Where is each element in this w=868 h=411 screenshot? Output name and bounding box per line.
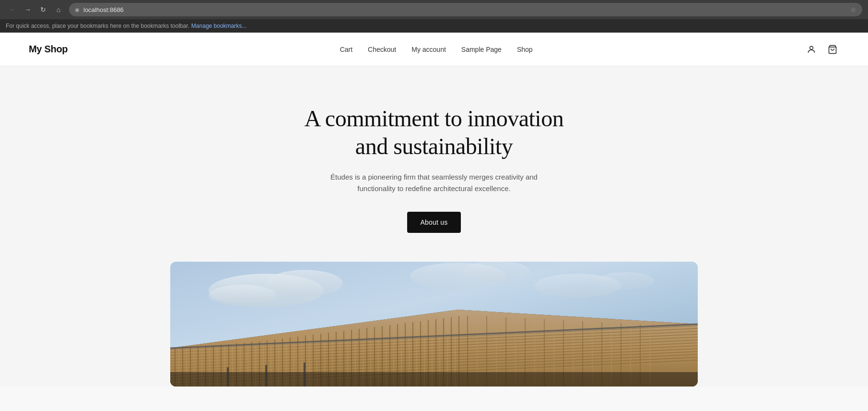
nav-link-checkout[interactable]: Checkout xyxy=(368,46,396,53)
hero-title: A commitment to innovation and sustainab… xyxy=(19,105,849,160)
address-bar[interactable]: ◉ localhost:8686 ☆ xyxy=(69,3,862,16)
site-nav: Cart Checkout My account Sample Page Sho… xyxy=(340,46,533,53)
svg-point-4 xyxy=(266,270,343,297)
nav-link-cart[interactable]: Cart xyxy=(340,46,352,53)
browser-chrome: ← → ↻ ⌂ ◉ localhost:8686 ☆ For quick acc… xyxy=(0,0,868,33)
site-logo[interactable]: My Shop xyxy=(29,44,68,55)
about-us-button[interactable]: About us xyxy=(407,212,461,233)
svg-point-9 xyxy=(597,272,655,290)
cart-icon[interactable] xyxy=(826,43,839,56)
browser-toolbar: ← → ↻ ⌂ ◉ localhost:8686 ☆ xyxy=(0,0,868,19)
bookmark-star-icon[interactable]: ☆ xyxy=(850,6,856,13)
browser-nav-buttons: ← → ↻ ⌂ xyxy=(6,3,65,16)
bookmark-bar-text: For quick access, place your bookmarks h… xyxy=(6,23,189,29)
website-content: My Shop Cart Checkout My account Sample … xyxy=(0,33,868,387)
svg-point-7 xyxy=(463,262,530,282)
forward-button[interactable]: → xyxy=(21,3,35,16)
user-account-icon[interactable] xyxy=(805,43,818,56)
svg-point-5 xyxy=(209,285,276,306)
bookmark-bar: For quick access, place your bookmarks h… xyxy=(0,19,868,33)
nav-icons xyxy=(805,43,839,56)
home-button[interactable]: ⌂ xyxy=(52,3,65,16)
svg-rect-136 xyxy=(170,372,698,387)
architecture-image xyxy=(170,262,698,387)
nav-link-myaccount[interactable]: My account xyxy=(411,46,446,53)
nav-link-samplepage[interactable]: Sample Page xyxy=(461,46,502,53)
security-shield-icon: ◉ xyxy=(75,7,80,13)
hero-section: A commitment to innovation and sustainab… xyxy=(0,66,868,262)
address-text: localhost:8686 xyxy=(83,6,846,13)
back-button[interactable]: ← xyxy=(6,3,19,16)
hero-subtitle: Études is a pioneering firm that seamles… xyxy=(314,171,554,194)
reload-button[interactable]: ↻ xyxy=(36,3,50,16)
image-section xyxy=(0,262,868,387)
nav-link-shop[interactable]: Shop xyxy=(517,46,533,53)
svg-point-0 xyxy=(810,46,813,49)
manage-bookmarks-link[interactable]: Manage bookmarks... xyxy=(191,23,246,29)
site-header: My Shop Cart Checkout My account Sample … xyxy=(0,33,868,66)
